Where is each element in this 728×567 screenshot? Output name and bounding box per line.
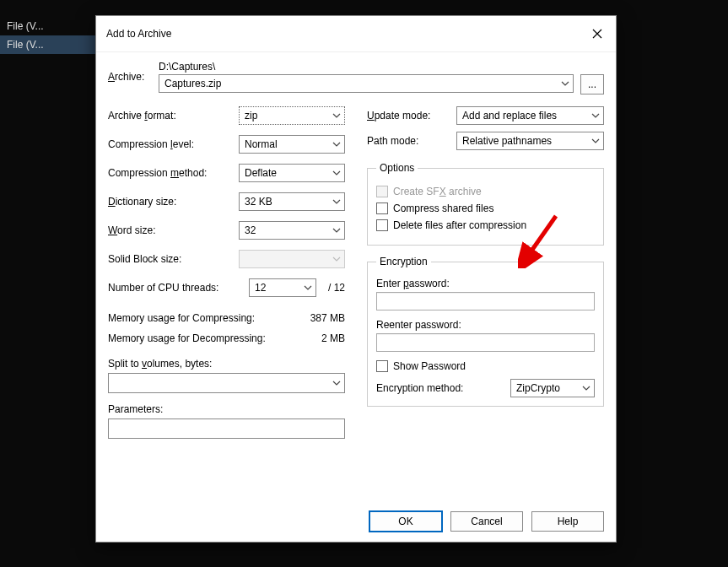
checkbox-icon[interactable] xyxy=(376,202,388,214)
split-volumes-label: Split to volumes, bytes: xyxy=(108,358,345,370)
dialog-title: Add to Archive xyxy=(106,28,171,40)
path-mode-combo[interactable]: Relative pathnames xyxy=(456,132,604,150)
compression-method-label: Compression method: xyxy=(108,167,239,179)
dialog-footer: OK Cancel Help xyxy=(96,501,616,542)
right-column: Update mode: Add and replace files Path … xyxy=(367,106,604,439)
reenter-password-label: Reenter password: xyxy=(376,319,595,331)
close-button[interactable] xyxy=(579,21,616,46)
dictionary-size-combo[interactable]: 32 KB xyxy=(239,192,345,211)
show-password-checkbox-row[interactable]: Show Password xyxy=(376,360,595,372)
show-password-label: Show Password xyxy=(393,360,466,372)
archive-format-label: Archive format: xyxy=(108,110,239,122)
mem-compress-value: 387 MB xyxy=(310,312,345,324)
chevron-down-icon xyxy=(561,79,569,88)
path-mode-label: Path mode: xyxy=(367,135,456,147)
solid-block-label: Solid Block size: xyxy=(108,253,239,265)
compression-level-combo[interactable]: Normal xyxy=(239,135,345,154)
checkbox-icon[interactable] xyxy=(376,360,388,372)
encryption-group: Encryption Enter password: Reenter passw… xyxy=(367,256,604,407)
delete-after-checkbox-row[interactable]: Delete files after compression xyxy=(376,219,595,231)
checkbox-icon xyxy=(376,186,388,197)
archive-path-text: D:\Captures\ xyxy=(159,61,574,73)
encryption-method-combo[interactable]: ZipCrypto xyxy=(510,379,595,397)
encryption-method-label: Encryption method: xyxy=(376,382,502,394)
ellipsis-icon: ... xyxy=(588,78,596,90)
options-group: Options Create SFX archive Compress shar… xyxy=(367,162,604,246)
encryption-legend: Encryption xyxy=(376,256,431,267)
split-volumes-combo[interactable] xyxy=(108,373,345,393)
titlebar: Add to Archive xyxy=(96,16,616,52)
file-name: File (V... xyxy=(7,20,44,32)
word-size-combo[interactable]: 32 xyxy=(239,221,345,240)
options-legend: Options xyxy=(376,162,418,174)
mem-decompress-value: 2 MB xyxy=(321,332,345,344)
help-button[interactable]: Help xyxy=(531,511,604,532)
compress-shared-checkbox-row[interactable]: Compress shared files xyxy=(376,202,595,214)
update-mode-label: Update mode: xyxy=(367,110,456,122)
parameters-input[interactable] xyxy=(108,418,345,439)
file-name: File (V... xyxy=(7,39,44,51)
chevron-down-icon xyxy=(332,255,341,263)
update-mode-combo[interactable]: Add and replace files xyxy=(456,106,604,125)
dictionary-size-label: Dictionary size: xyxy=(108,196,239,208)
browse-button[interactable]: ... xyxy=(580,74,604,94)
compression-method-combo[interactable]: Deflate xyxy=(239,164,345,182)
chevron-down-icon xyxy=(304,284,312,292)
mem-decompress-label: Memory usage for Decompressing: xyxy=(108,332,266,344)
enter-password-label: Enter password: xyxy=(376,278,595,289)
archive-label: Archive: xyxy=(108,61,152,83)
compression-level-label: Compression level: xyxy=(108,138,239,150)
chevron-down-icon xyxy=(332,226,341,235)
solid-block-combo xyxy=(239,250,345,268)
mem-compress-label: Memory usage for Compressing: xyxy=(108,312,255,324)
sfx-label: Create SFX archive xyxy=(393,186,482,197)
chevron-down-icon xyxy=(332,379,341,387)
chevron-down-icon xyxy=(332,197,341,206)
chevron-down-icon xyxy=(582,384,590,392)
reenter-password-input[interactable] xyxy=(376,333,595,352)
chevron-down-icon xyxy=(332,140,341,148)
archive-format-combo[interactable]: zip xyxy=(239,106,345,125)
parameters-label: Parameters: xyxy=(108,403,345,415)
chevron-down-icon xyxy=(591,111,600,120)
add-to-archive-dialog: Add to Archive Archive: D:\Captures\ Cap… xyxy=(95,15,617,543)
compress-shared-label: Compress shared files xyxy=(393,202,493,214)
delete-after-label: Delete files after compression xyxy=(393,219,526,231)
close-icon xyxy=(592,29,602,39)
archive-file-combo[interactable]: Captures.zip xyxy=(159,74,574,93)
checkbox-icon[interactable] xyxy=(376,219,388,231)
enter-password-input[interactable] xyxy=(376,292,595,310)
cpu-threads-combo[interactable]: 12 xyxy=(249,278,316,297)
archive-file-value: Captures.zip xyxy=(164,78,221,89)
word-size-label: Word size: xyxy=(108,224,239,236)
cpu-threads-total: / 12 xyxy=(316,282,345,294)
chevron-down-icon xyxy=(332,111,341,120)
cancel-button[interactable]: Cancel xyxy=(450,511,523,532)
sfx-checkbox-row: Create SFX archive xyxy=(376,186,595,197)
chevron-down-icon xyxy=(591,137,600,145)
left-column: Archive format: zip Compression level: N… xyxy=(108,106,345,439)
chevron-down-icon xyxy=(332,169,341,177)
cpu-threads-label: Number of CPU threads: xyxy=(108,282,249,294)
ok-button[interactable]: OK xyxy=(369,511,442,532)
